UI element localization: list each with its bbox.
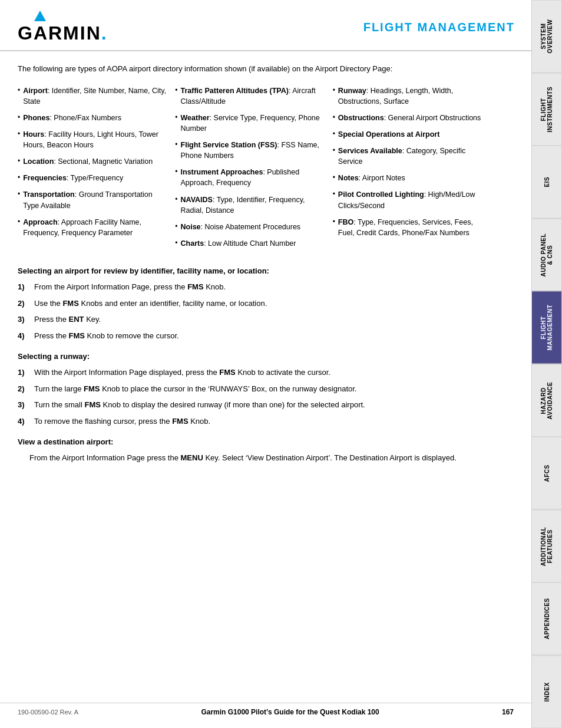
bullet-icon: •: [175, 167, 177, 177]
tab-appendices[interactable]: APPENDICES: [531, 582, 562, 655]
bullet-weather: • Weather: Service Type, Frequency, Phon…: [175, 113, 326, 134]
bullet-charts: • Charts: Low Altitude Chart Number: [175, 238, 326, 249]
bullet-icon: •: [175, 222, 177, 232]
bullet-col-1: • Airport: Identifier, Site Number, Name…: [18, 85, 175, 255]
bullet-icon: •: [18, 173, 20, 183]
bullet-fss: • Flight Service Station (FSS): FSS Name…: [175, 140, 326, 161]
bullet-icon: •: [18, 156, 20, 166]
bullet-icon: •: [333, 113, 335, 123]
footer-page-number: 167: [502, 708, 514, 716]
bullet-instrument-approaches: • Instrument Approaches: Published Appro…: [175, 167, 326, 188]
header: GARMIN. FLIGHT MANAGEMENT: [0, 0, 562, 51]
bullet-notes: • Notes: Airport Notes: [333, 173, 484, 183]
page-wrapper: GARMIN. FLIGHT MANAGEMENT SYSTEMOVERVIEW…: [0, 0, 562, 728]
step-4: 4) Press the FMS Knob to remove the curs…: [18, 330, 490, 342]
bullet-icon: •: [333, 85, 335, 95]
bullet-transportation: • Transportation: Ground Transportation …: [18, 189, 169, 210]
tab-afcs[interactable]: AFCS: [531, 437, 562, 510]
footer-title: Garmin G1000 Pilot’s Guide for the Quest…: [201, 708, 379, 716]
page-title: FLIGHT MANAGEMENT: [363, 21, 515, 34]
bullet-columns: • Airport: Identifier, Site Number, Name…: [18, 85, 490, 255]
step-3: 3) Press the ENT Key.: [18, 314, 490, 325]
bullet-noise: • Noise: Noise Abatement Procedures: [175, 222, 326, 232]
runway-step-3: 3) Turn the small FMS Knob to display th…: [18, 399, 490, 411]
footer: 190-00590-02 Rev. A Garmin G1000 Pilot’s…: [0, 703, 531, 716]
bullet-icon: •: [18, 129, 20, 139]
bullet-col-2: • Traffic Patteren Altitudes (TPA): Airc…: [175, 85, 332, 255]
bullet-approach: • Approach: Approach Facility Name, Freq…: [18, 217, 169, 238]
bullet-icon: •: [18, 217, 20, 227]
section-select-airport-steps: 1) From the Airport Information Page, pr…: [18, 281, 490, 341]
main-content: The following are types of AOPA airport …: [0, 51, 531, 486]
garmin-logo: GARMIN.: [18, 11, 108, 44]
section-view-destination-text: From the Airport Information Page press …: [29, 452, 490, 464]
bullet-icon: •: [18, 189, 20, 199]
footer-revision: 190-00590-02 Rev. A: [18, 709, 78, 716]
bullet-icon: •: [175, 140, 177, 150]
garmin-triangle-icon: [34, 11, 46, 21]
tab-hazard-avoidance[interactable]: HAZARDAVOIDANCE: [531, 364, 562, 437]
bullet-frequencies: • Frequencies: Type/Frequency: [18, 173, 169, 183]
runway-step-2: 2) Turn the large FMS Knob to place the …: [18, 383, 490, 395]
bullet-obstructions: • Obstructions: General Airport Obstruct…: [333, 113, 484, 123]
bullet-col-3: • Runway: Headings, Length, Width, Obstr…: [333, 85, 490, 255]
tab-flight-instruments[interactable]: FLIGHTINSTRUMENTS: [531, 73, 562, 146]
bullet-location: • Location: Sectional, Magnetic Variatio…: [18, 156, 169, 167]
tab-audio-panel[interactable]: AUDIO PANEL& CNS: [531, 219, 562, 292]
step-2: 2) Use the FMS Knobs and enter an identi…: [18, 298, 490, 309]
tab-flight-management[interactable]: FLIGHTMANAGEMENT: [531, 291, 562, 364]
runway-step-4: 4) To remove the flashing cursor, press …: [18, 416, 490, 427]
section-view-destination: View a destination airport: From the Air…: [18, 437, 490, 464]
bullet-icon: •: [175, 195, 177, 205]
bullet-airport: • Airport: Identifier, Site Number, Name…: [18, 85, 169, 107]
bullet-icon: •: [333, 189, 335, 199]
garmin-text: GARMIN.: [18, 22, 108, 44]
bullet-special-operations: • Special Operations at Airport: [333, 129, 484, 140]
bullet-icon: •: [333, 173, 335, 183]
bullet-fbo: • FBO: Type, Frequencies, Services, Fees…: [333, 217, 484, 238]
bullet-icon: •: [175, 113, 177, 123]
bullet-icon: •: [18, 85, 20, 95]
section-select-runway: Selecting a runway: 1) With the Airport …: [18, 352, 490, 427]
step-1: 1) From the Airport Information Page, pr…: [18, 281, 490, 293]
bullet-icon: •: [333, 146, 335, 156]
bullet-icon: •: [18, 113, 20, 123]
bullet-icon: •: [333, 217, 335, 227]
section-select-airport-heading: Selecting an airport for review by ident…: [18, 266, 490, 275]
sidebar-tabs: SYSTEMOVERVIEW FLIGHTINSTRUMENTS EIS AUD…: [531, 0, 562, 728]
tab-system-overview[interactable]: SYSTEMOVERVIEW: [531, 0, 562, 73]
bullet-pilot-lighting: • Pilot Controlled Lighting: High/Med/Lo…: [333, 189, 484, 210]
section-select-runway-steps: 1) With the Airport Information Page dis…: [18, 367, 490, 427]
bullet-hours: • Hours: Facility Hours, Light Hours, To…: [18, 129, 169, 150]
bullet-icon: •: [175, 85, 177, 95]
bullet-phones: • Phones: Phone/Fax Numbers: [18, 113, 169, 123]
bullet-icon: •: [175, 238, 177, 248]
runway-step-1: 1) With the Airport Information Page dis…: [18, 367, 490, 378]
bullet-services: • Services Available: Category, Specific…: [333, 146, 484, 167]
section-select-runway-heading: Selecting a runway:: [18, 352, 490, 361]
bullet-icon: •: [333, 129, 335, 139]
section-select-airport: Selecting an airport for review by ident…: [18, 266, 490, 341]
tab-index[interactable]: INDEX: [531, 655, 562, 729]
tab-eis[interactable]: EIS: [531, 146, 562, 219]
bullet-runway: • Runway: Headings, Length, Width, Obstr…: [333, 85, 484, 107]
bullet-tpa: • Traffic Patteren Altitudes (TPA): Airc…: [175, 85, 326, 107]
tab-additional-features[interactable]: ADDITIONALFEATURES: [531, 510, 562, 583]
bullet-navaids: • NAVAIDS: Type, Identifier, Frequency, …: [175, 195, 326, 216]
intro-paragraph: The following are types of AOPA airport …: [18, 63, 490, 75]
section-view-destination-heading: View a destination airport:: [18, 437, 490, 446]
